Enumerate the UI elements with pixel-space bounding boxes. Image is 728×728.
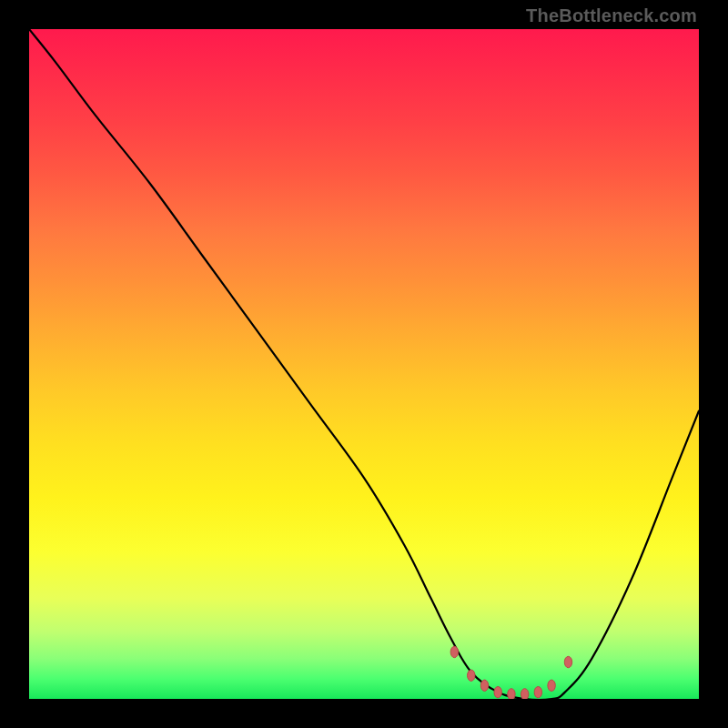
range-marker [494,686,501,697]
curve-layer [29,29,699,699]
range-marker [508,689,515,699]
range-marker [534,686,541,697]
range-marker [521,689,528,699]
chart-frame: TheBottleneck.com [0,0,728,728]
range-marker [450,646,458,657]
range-marker [564,656,571,667]
watermark-label: TheBottleneck.com [526,5,697,26]
bottleneck-curve [29,29,699,699]
optimal-range-markers [450,646,572,699]
plot-area [29,29,699,699]
range-marker [468,670,475,681]
range-marker [480,680,488,691]
range-marker [548,680,555,691]
